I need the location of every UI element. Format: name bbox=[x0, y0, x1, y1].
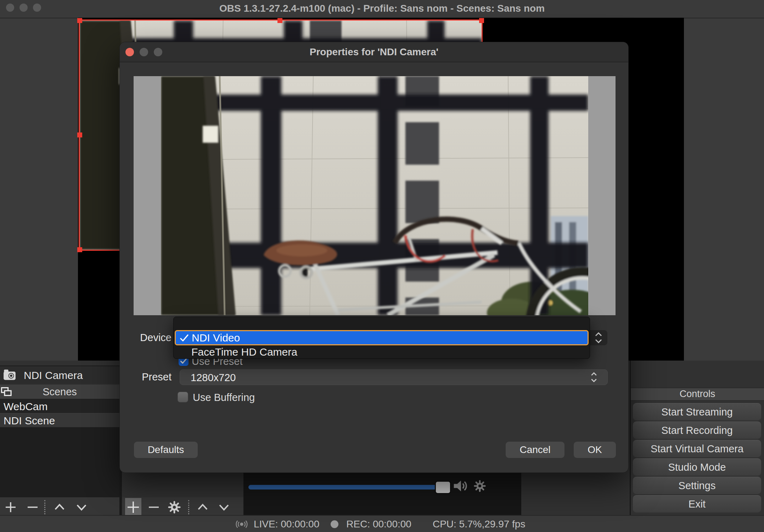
preview-pillarbox-left bbox=[134, 76, 161, 315]
selection-handle-bottom-left[interactable] bbox=[77, 247, 82, 252]
device-dropdown-popup: NDI Video FaceTime HD Camera bbox=[173, 317, 590, 359]
scene-item-label: WebCam bbox=[4, 401, 47, 413]
add-source-icon[interactable] bbox=[126, 500, 140, 514]
app-titlebar: OBS 1.3.1-27.2.4-m100 (mac) - Profile: S… bbox=[0, 0, 764, 18]
controls-dock-header[interactable]: Controls bbox=[631, 387, 764, 401]
device-combo-stepper[interactable] bbox=[590, 330, 607, 345]
chevron-up-icon bbox=[594, 332, 603, 337]
start-virtual-camera-button[interactable]: Start Virtual Camera bbox=[633, 440, 761, 457]
remove-source-icon[interactable] bbox=[147, 500, 161, 514]
dropdown-option-label: FaceTime HD Camera bbox=[191, 346, 297, 358]
chevron-down-icon bbox=[594, 338, 603, 344]
preset-combobox[interactable]: 1280x720 bbox=[180, 369, 608, 385]
selection-handle-top-right[interactable] bbox=[479, 18, 484, 23]
settings-button[interactable]: Settings bbox=[633, 477, 761, 494]
preview-pillarbox-right bbox=[588, 76, 616, 315]
obs-main-window: OBS 1.3.1-27.2.4-m100 (mac) - Profile: S… bbox=[0, 0, 764, 532]
source-down-icon[interactable] bbox=[217, 500, 231, 514]
source-item-label: NDI Camera bbox=[24, 369, 83, 381]
scenes-list-empty-area bbox=[0, 427, 119, 497]
chevron-down-icon bbox=[590, 378, 597, 383]
preset-value: 1280x720 bbox=[191, 372, 236, 384]
volume-slider-handle[interactable] bbox=[435, 481, 451, 494]
chevron-up-icon bbox=[590, 372, 597, 377]
preset-label: Preset bbox=[129, 371, 172, 383]
live-time: LIVE: 00:00:00 bbox=[254, 519, 319, 530]
use-buffering-label: Use Buffering bbox=[193, 392, 255, 403]
camera-icon bbox=[3, 369, 16, 380]
scenes-header-label: Scenes bbox=[0, 386, 119, 398]
source-up-icon[interactable] bbox=[196, 500, 210, 514]
selection-handle-middle-left[interactable] bbox=[77, 132, 82, 137]
device-label: Device bbox=[129, 332, 172, 344]
scene-item-label: NDI Scene bbox=[4, 415, 55, 427]
dropdown-option-label: NDI Video bbox=[192, 332, 240, 344]
ok-button[interactable]: OK bbox=[574, 442, 616, 458]
volume-slider-track[interactable] bbox=[248, 485, 449, 489]
cpu-fps-stats: CPU: 5.7%,29.97 fps bbox=[433, 519, 525, 530]
selection-handle-top-center[interactable] bbox=[277, 18, 282, 23]
dialog-title: Properties for 'NDI Camera' bbox=[120, 46, 628, 58]
scenes-toolbar bbox=[0, 497, 119, 517]
start-streaming-button[interactable]: Start Streaming bbox=[633, 403, 761, 420]
cancel-button[interactable]: Cancel bbox=[506, 442, 564, 458]
checkmark-icon bbox=[179, 333, 190, 343]
scene-item-ndi-scene[interactable]: NDI Scene bbox=[0, 414, 119, 428]
app-title: OBS 1.3.1-27.2.4-m100 (mac) - Profile: S… bbox=[0, 3, 764, 14]
live-broadcast-icon bbox=[234, 519, 249, 530]
toolbar-separator bbox=[188, 500, 189, 514]
rec-status-icon bbox=[331, 520, 338, 528]
dropdown-option-facetime[interactable]: FaceTime HD Camera bbox=[191, 346, 297, 358]
selection-handle-top-left[interactable] bbox=[77, 18, 82, 23]
add-icon[interactable] bbox=[4, 500, 18, 514]
dialog-titlebar[interactable]: Properties for 'NDI Camera' bbox=[120, 42, 628, 62]
defaults-button[interactable]: Defaults bbox=[134, 442, 198, 458]
controls-header-label: Controls bbox=[631, 389, 764, 400]
status-bar: LIVE: 00:00:00 REC: 00:00:00 CPU: 5.7%,2… bbox=[0, 515, 764, 532]
start-recording-button[interactable]: Start Recording bbox=[633, 421, 761, 439]
move-up-icon[interactable] bbox=[52, 500, 67, 514]
remove-icon[interactable] bbox=[26, 500, 40, 514]
controls-dock-divider bbox=[630, 361, 631, 515]
use-buffering-checkbox[interactable] bbox=[178, 392, 188, 402]
scene-item-webcam[interactable]: WebCam bbox=[0, 400, 119, 414]
dropdown-option-ndi-video[interactable]: NDI Video bbox=[175, 330, 589, 345]
scenes-dock-header[interactable]: Scenes bbox=[0, 385, 119, 400]
move-down-icon[interactable] bbox=[74, 500, 89, 514]
source-preview bbox=[134, 76, 616, 315]
sources-toolbar bbox=[122, 497, 243, 517]
speaker-icon[interactable] bbox=[452, 478, 468, 494]
rec-time: REC: 00:00:00 bbox=[346, 519, 411, 530]
audio-mixer-panel bbox=[243, 472, 521, 517]
mixer-gear-icon[interactable] bbox=[473, 479, 487, 493]
properties-dialog: Properties for 'NDI Camera' Device Use P… bbox=[119, 42, 629, 473]
toolbar-separator bbox=[44, 500, 45, 514]
exit-button[interactable]: Exit bbox=[633, 495, 761, 513]
source-list-item[interactable]: NDI Camera bbox=[0, 366, 119, 384]
studio-mode-button[interactable]: Studio Mode bbox=[633, 458, 761, 476]
source-properties-gear-icon[interactable] bbox=[167, 500, 181, 514]
preview-image bbox=[161, 76, 588, 315]
